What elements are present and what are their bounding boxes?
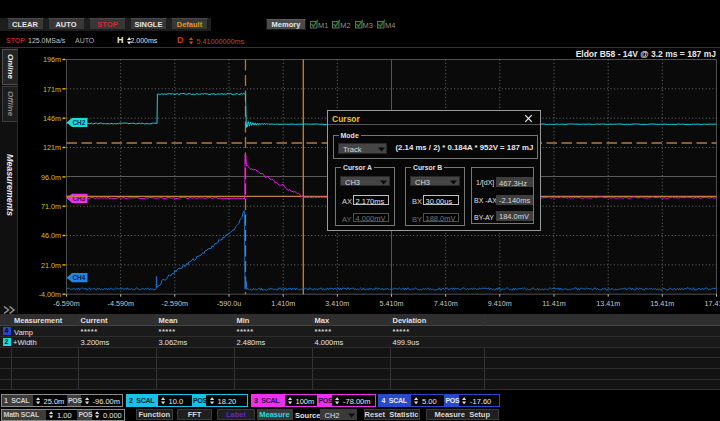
svg-text:CH4: CH4 [73, 274, 86, 281]
svg-text:CH2: CH2 [73, 119, 86, 126]
